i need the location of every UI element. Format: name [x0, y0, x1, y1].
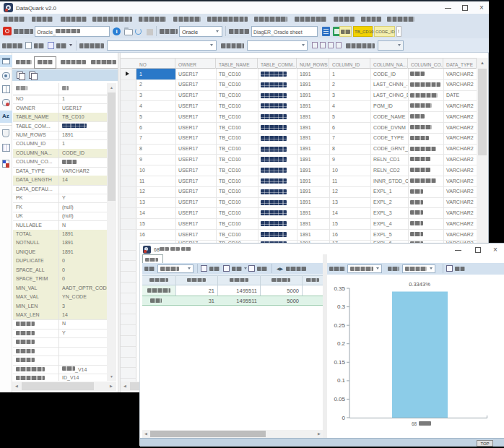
svg-text:0.15: 0.15: [334, 359, 345, 366]
svg-text:68: 68: [412, 421, 417, 426]
svg-text:0.3: 0.3: [337, 303, 346, 310]
svg-text:0: 0: [342, 415, 346, 421]
svg-text:0.25: 0.25: [334, 322, 345, 329]
svg-text:0.35: 0.35: [334, 285, 345, 292]
svg-text:0.05: 0.05: [334, 396, 345, 402]
svg-text:0.2: 0.2: [337, 340, 346, 347]
svg-text:0.3343%: 0.3343%: [409, 281, 430, 288]
svg-text:0.1: 0.1: [337, 377, 346, 384]
